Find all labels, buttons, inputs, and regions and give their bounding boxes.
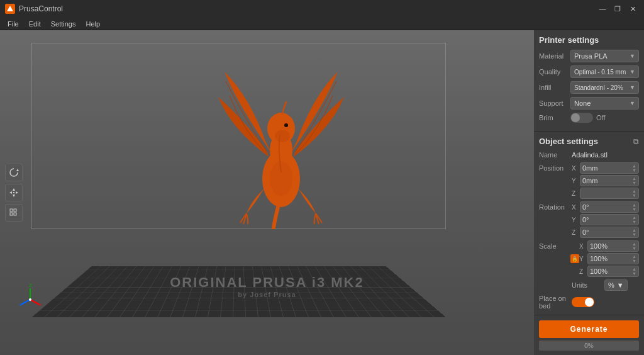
material-label: Material (539, 52, 570, 60)
axis-indicator: X Y Z (18, 281, 43, 308)
menu-help[interactable]: Help (80, 19, 105, 29)
rotation-x-arrows-icon: ▲▼ (632, 203, 636, 211)
rotation-z-axis-label: Z (572, 229, 578, 236)
titlebar: PrusaControl — ❐ ✕ (0, 0, 644, 18)
close-button[interactable]: ✕ (626, 4, 639, 14)
units-chevron-icon: ▼ (617, 281, 624, 289)
maximize-button[interactable]: ❐ (611, 4, 624, 14)
svg-marker-17 (9, 191, 12, 194)
position-x-row: X 0mm ▲▼ (572, 162, 639, 174)
svg-rect-22 (10, 213, 13, 215)
svg-rect-20 (10, 209, 13, 211)
scale-x-row: X 100% ▲▼ (572, 240, 639, 252)
support-row: Support None ▼ (539, 97, 639, 110)
scale-z-axis-label: Z (579, 268, 586, 275)
rotation-label: Rotation (539, 201, 572, 211)
units-dropdown[interactable]: % ▼ (604, 279, 628, 291)
position-z-row: Z ▲▼ (572, 188, 639, 199)
name-value: Adalinda.stl (572, 151, 639, 159)
brim-toggle[interactable] (570, 113, 593, 123)
position-y-row: Y 0mm ▲▼ (572, 175, 639, 186)
name-row: Name Adalinda.stl (539, 151, 639, 159)
move-tool-button[interactable] (5, 184, 23, 201)
copy-icon[interactable]: ⧉ (633, 137, 639, 146)
scale-y-axis-label: Y (579, 256, 586, 262)
place-on-bed-row: Place on bed On (539, 295, 639, 310)
position-z-arrows-icon: ▲▼ (632, 189, 636, 198)
svg-point-6 (284, 123, 288, 127)
units-label: Units (572, 281, 604, 289)
rotation-row: Rotation X 0° ▲▼ Y 0° ▲▼ (539, 201, 639, 238)
scale-z-row: Z 100% ▲▼ (572, 266, 639, 277)
rotation-x-input[interactable]: 0° ▲▼ (580, 201, 639, 213)
right-panel: Printer settings Material Prusa PLA ▼ Qu… (534, 30, 644, 355)
brim-toggle-knob (571, 113, 580, 122)
place-on-bed-toggle[interactable]: On (572, 297, 594, 307)
minimize-button[interactable]: — (596, 4, 609, 14)
svg-rect-23 (14, 213, 16, 215)
position-fields: X 0mm ▲▼ Y 0mm ▲▼ Z (572, 162, 639, 199)
svg-marker-16 (13, 194, 15, 197)
rotation-z-row: Z 0° ▲▼ (572, 227, 639, 238)
object-settings-title: Object settings (539, 137, 598, 146)
viewport-3d[interactable]: ORIGINAL PRUSA i3 MK2 by Josef Prusa X Y… (0, 30, 534, 355)
scale-x-input[interactable]: 100% ▲▼ (587, 240, 639, 252)
printer-settings-title: Printer settings (539, 35, 639, 45)
scale-z-arrows-icon: ▲▼ (632, 267, 636, 276)
position-x-input[interactable]: 0mm ▲▼ (580, 162, 639, 174)
material-dropdown[interactable]: Prusa PLA ▼ (570, 50, 639, 62)
svg-text:Y: Y (38, 303, 42, 306)
progress-text: 0% (584, 342, 593, 349)
place-on-bed-label: Place on bed (539, 295, 572, 310)
rotation-y-axis-label: Y (572, 217, 578, 223)
svg-marker-0 (7, 6, 13, 11)
svg-marker-18 (16, 191, 18, 194)
generate-button[interactable]: Generate (539, 320, 639, 338)
material-row: Material Prusa PLA ▼ (539, 50, 639, 62)
position-x-arrows-icon: ▲▼ (632, 164, 636, 172)
units-row: Units % ▼ (572, 279, 639, 291)
grid-tool-button[interactable] (5, 204, 23, 222)
position-z-axis-label: Z (572, 190, 578, 197)
svg-point-13 (29, 298, 31, 301)
app-icon (5, 4, 15, 14)
bed-main-text: ORIGINAL PRUSA i3 MK2 (170, 274, 364, 291)
brim-label: Brim (539, 114, 570, 121)
scale-lock-icon[interactable]: 🔒 (570, 254, 579, 263)
wall-right (445, 43, 446, 229)
scale-y-arrows-icon: ▲▼ (632, 254, 636, 263)
material-chevron-icon: ▼ (630, 53, 635, 59)
brim-row: Brim Off (539, 113, 639, 123)
position-z-input[interactable]: ▲▼ (580, 188, 639, 199)
menu-settings[interactable]: Settings (46, 19, 81, 29)
titlebar-left: PrusaControl (5, 4, 63, 14)
rotation-x-axis-label: X (572, 204, 578, 211)
position-label: Position (539, 162, 572, 172)
support-dropdown[interactable]: None ▼ (570, 97, 639, 110)
infill-dropdown[interactable]: Standardní - 20% ▼ (570, 81, 639, 94)
svg-rect-21 (14, 209, 16, 211)
printer-settings-section: Printer settings Material Prusa PLA ▼ Qu… (534, 30, 644, 132)
bed-label: ORIGINAL PRUSA i3 MK2 by Josef Prusa (170, 274, 364, 298)
svg-marker-15 (13, 188, 15, 191)
rotation-z-arrows-icon: ▲▼ (632, 228, 636, 237)
scale-y-input[interactable]: 100% ▲▼ (587, 253, 639, 264)
titlebar-controls: — ❐ ✕ (596, 4, 639, 14)
quality-label: Quality (539, 68, 570, 76)
infill-label: Infill (539, 84, 570, 91)
quality-dropdown[interactable]: Optimal - 0.15 mm ▼ (570, 65, 639, 78)
rotation-y-row: Y 0° ▲▼ (572, 214, 639, 225)
menu-edit[interactable]: Edit (24, 19, 46, 29)
scale-fields: X 100% ▲▼ 🔒 Y 100% ▲▼ (572, 240, 639, 277)
scale-z-input[interactable]: 100% ▲▼ (587, 266, 639, 277)
rotate-tool-button[interactable] (5, 164, 23, 181)
position-x-axis-label: X (572, 165, 578, 172)
rotation-y-input[interactable]: 0° ▲▼ (580, 214, 639, 225)
quality-chevron-icon: ▼ (630, 69, 635, 75)
position-y-input[interactable]: 0mm ▲▼ (580, 175, 639, 186)
position-y-arrows-icon: ▲▼ (632, 176, 636, 185)
bottom-section: Generate 0% (534, 315, 644, 355)
bed-sub-text: by Josef Prusa (170, 291, 364, 298)
menu-file[interactable]: File (3, 19, 24, 29)
rotation-z-input[interactable]: 0° ▲▼ (580, 227, 639, 238)
